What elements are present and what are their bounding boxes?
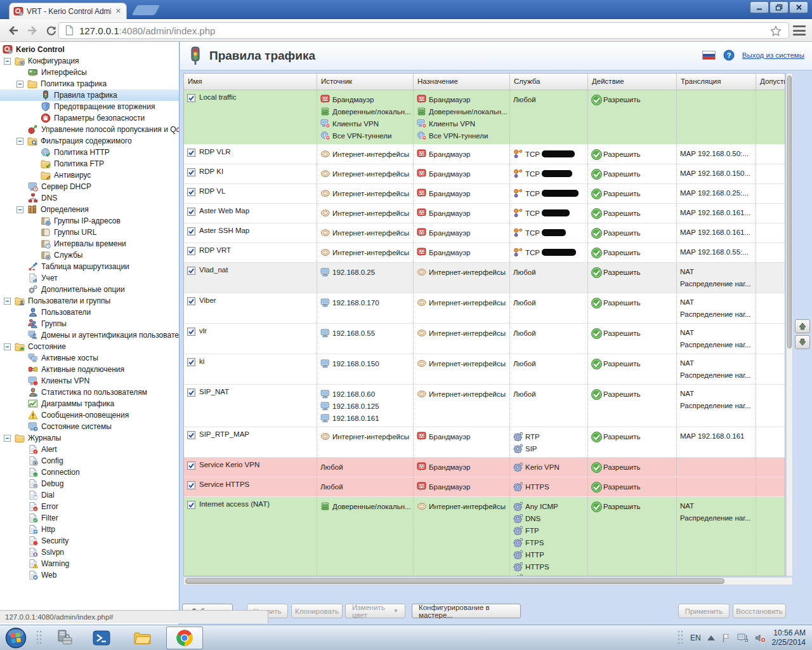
tree-collapse-icon[interactable] — [16, 81, 23, 88]
sidebar-item[interactable]: Параметры безопасности — [0, 112, 179, 124]
rule-row[interactable]: Internet access (NAT)Доверенные/локальн.… — [184, 497, 785, 576]
sidebar-item[interactable]: Журналы — [0, 432, 179, 444]
window-close-button[interactable] — [789, 1, 808, 13]
forward-button[interactable] — [23, 21, 42, 40]
sidebar-item[interactable]: ?Состояние системы — [0, 421, 179, 432]
sidebar-item[interactable]: Группы IP-адресов — [0, 215, 179, 227]
file-explorer-icon[interactable] — [133, 630, 152, 648]
sidebar-item[interactable]: Sslvpn — [0, 547, 179, 558]
rule-row[interactable]: RDP VRTИнтернет-интерфейсыБрандмауэрTCPР… — [184, 243, 785, 263]
rule-row[interactable]: RDP VLRИнтернет-интерфейсыБрандмауэрTCPР… — [184, 145, 785, 164]
new-tab-button[interactable] — [132, 5, 160, 15]
sidebar-item[interactable]: Политика FTP — [0, 158, 179, 169]
rule-enabled-checkbox[interactable] — [187, 481, 195, 491]
sidebar-item[interactable]: Дополнительные опции — [0, 284, 179, 295]
sidebar-item[interactable]: Web — [0, 569, 179, 581]
sidebar-item[interactable]: Активные подключения — [0, 364, 179, 375]
show-hidden-icons-icon[interactable] — [707, 635, 716, 641]
help-icon[interactable]: ? — [723, 50, 735, 61]
sidebar-item[interactable]: Сообщения-оповещения — [0, 409, 179, 421]
browser-menu-icon[interactable] — [792, 24, 807, 37]
column-header-destination[interactable]: Назначение — [414, 74, 510, 90]
clock[interactable]: 10:56 AM 2/25/2014 — [772, 628, 808, 647]
tree-collapse-icon[interactable] — [4, 435, 11, 442]
tab-close-icon[interactable]: ✕ — [114, 7, 122, 15]
rule-enabled-checkbox[interactable] — [187, 297, 195, 307]
tree-collapse-icon[interactable] — [4, 298, 11, 305]
language-indicator[interactable]: EN — [690, 633, 701, 642]
rule-row[interactable]: ki192.168.0.150Интернет-интерфейсыЛюбойР… — [184, 354, 785, 385]
sidebar-item[interactable]: Warning — [0, 558, 179, 569]
sidebar-item[interactable]: ≡Debug — [0, 478, 179, 489]
rule-row[interactable]: Vlad_nat192.168.0.25Интернет-интерфейсыЛ… — [184, 263, 785, 293]
sidebar-item[interactable]: Конфигурация — [0, 55, 179, 67]
rule-row[interactable]: Aster Web MapИнтернет-интерфейсыБрандмау… — [184, 204, 785, 223]
rule-row[interactable]: RDP KIИнтернет-интерфейсыБрандмауэрTCPРа… — [184, 164, 785, 184]
rule-row[interactable]: SIP_RTP_MAPИнтернет-интерфейсыБрандмауэр… — [184, 427, 785, 458]
rule-enabled-checkbox[interactable] — [187, 168, 195, 178]
sidebar-item[interactable]: ☎Dial — [0, 489, 179, 501]
rule-row[interactable]: RDP VLИнтернет-интерфейсыБрандмауэрTCPРа… — [184, 184, 785, 204]
rule-enabled-checkbox[interactable] — [187, 188, 195, 197]
apply-button[interactable]: Применить — [678, 604, 730, 618]
powershell-icon[interactable] — [93, 630, 110, 648]
sidebar-item[interactable]: Определения — [0, 204, 179, 215]
restore-button[interactable]: Восстановить — [733, 604, 786, 618]
sidebar-item[interactable]: Интервалы времени — [0, 238, 179, 249]
rule-enabled-checkbox[interactable] — [187, 267, 195, 276]
column-header-action[interactable]: Действие — [588, 74, 677, 90]
rule-enabled-checkbox[interactable] — [187, 208, 195, 217]
sidebar-item[interactable]: Активные хосты — [0, 352, 179, 364]
sidebar-item[interactable]: Kerio Control — [0, 44, 179, 55]
sidebar-item[interactable]: Http — [0, 524, 179, 535]
rule-enabled-checkbox[interactable] — [187, 94, 195, 103]
sidebar-item[interactable]: DNS — [0, 192, 179, 204]
rule-row[interactable]: Viber192.168.0.170Интернет-интерфейсыЛюб… — [184, 293, 785, 324]
sidebar-item[interactable]: Учет — [0, 272, 179, 284]
rule-enabled-checkbox[interactable] — [187, 431, 195, 441]
sidebar-item[interactable]: Группы URL — [0, 227, 179, 238]
tree-collapse-icon[interactable] — [4, 58, 11, 65]
column-header-source[interactable]: Источник — [317, 74, 414, 90]
rule-row[interactable]: Service HTTPSЛюбойБрандмауэрHTTPSРазреши… — [184, 477, 785, 497]
sidebar-item[interactable]: ×Error — [0, 501, 179, 512]
browser-tab[interactable]: VRT - Kerio Control Admin ✕ — [9, 3, 127, 19]
rule-row[interactable]: Aster SSH MapИнтернет-интерфейсыБрандмау… — [184, 223, 785, 243]
sidebar-item[interactable]: Config — [0, 455, 179, 467]
volume-muted-icon[interactable] — [755, 633, 766, 643]
sidebar-item[interactable]: ↔Connection — [0, 467, 179, 478]
sidebar-item[interactable]: Предотвращение вторжения — [0, 101, 179, 112]
network-icon[interactable] — [737, 633, 749, 643]
sidebar-item[interactable]: Правила трафика — [0, 90, 179, 101]
sidebar-item[interactable]: Пользователи и группы — [0, 295, 179, 307]
sidebar-item[interactable]: Состояние — [0, 341, 179, 352]
rule-row[interactable]: Local trafficБрандмауэрДоверенные/локаль… — [184, 90, 785, 145]
column-header-allowed[interactable]: Допустим — [756, 74, 785, 90]
rule-enabled-checkbox[interactable] — [187, 388, 195, 398]
sidebar-item[interactable]: Клиенты VPN — [0, 375, 179, 387]
action-center-flag-icon[interactable] — [721, 633, 731, 644]
window-restore-button[interactable] — [769, 1, 789, 13]
sidebar-item[interactable]: Статистика по пользователям — [0, 387, 179, 398]
move-rule-up-button[interactable] — [795, 319, 810, 333]
sidebar-item[interactable]: Домены и аутентификация пользователей — [0, 329, 179, 341]
tree-collapse-icon[interactable] — [4, 343, 11, 350]
rule-enabled-checkbox[interactable] — [187, 358, 195, 368]
sidebar-item[interactable]: Группы — [0, 318, 179, 329]
tree-collapse-icon[interactable] — [16, 206, 23, 213]
server-manager-icon[interactable] — [56, 630, 75, 648]
sidebar-item[interactable]: Security — [0, 535, 179, 547]
sidebar-item[interactable]: Антивирус — [0, 169, 179, 181]
sidebar-item[interactable]: Пользователи — [0, 307, 179, 318]
sidebar-item[interactable]: Таблица маршрутизации — [0, 261, 179, 272]
column-header-translation[interactable]: Трансляция — [677, 74, 756, 90]
vertical-scrollbar[interactable] — [786, 73, 793, 576]
address-bar[interactable]: 127.0.0.1:4080/admin/index.php — [58, 22, 789, 39]
clone-button[interactable]: Клонировать — [291, 604, 343, 618]
rule-row[interactable]: Service Kerio VPNЛюбойБрандмауэрKerio VP… — [184, 458, 785, 477]
sidebar-item[interactable]: Политика HTTP — [0, 147, 179, 158]
vertical-scrollbar-thumb[interactable] — [787, 76, 792, 348]
bookmark-star-icon[interactable] — [769, 25, 782, 39]
column-header-service[interactable]: Служба — [510, 74, 588, 90]
move-rule-down-button[interactable] — [795, 335, 810, 349]
